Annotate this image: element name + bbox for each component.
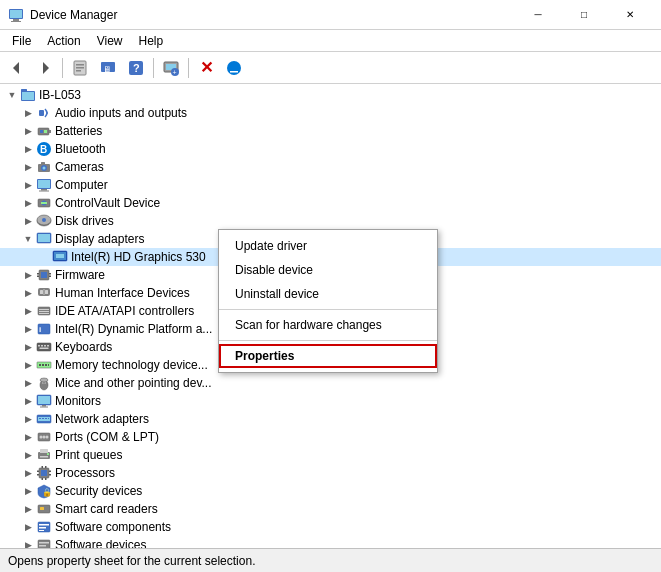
ctx-scan[interactable]: Scan for hardware changes <box>219 313 437 337</box>
icon-software <box>36 519 52 535</box>
svg-rect-76 <box>48 364 49 366</box>
toggle-security[interactable]: ▶ <box>20 483 36 499</box>
icon-controlvault <box>36 195 52 211</box>
icon-ide <box>36 303 52 319</box>
tree-item-software[interactable]: ▶ Software components <box>0 518 661 536</box>
svg-text:B: B <box>40 144 47 155</box>
svg-rect-20 <box>230 71 238 73</box>
close-button[interactable]: ✕ <box>607 0 653 30</box>
toggle-root[interactable]: ▼ <box>4 87 20 103</box>
toggle-printqueues[interactable]: ▶ <box>20 447 36 463</box>
toggle-cameras[interactable]: ▶ <box>20 159 36 175</box>
toggle-audio[interactable]: ▶ <box>20 105 36 121</box>
tree-panel[interactable]: ▼ IB-L053 ▶ Audio inputs and outputs <box>0 84 661 548</box>
tree-item-monitors[interactable]: ▶ Monitors <box>0 392 661 410</box>
ctx-disable-device[interactable]: Disable device <box>219 258 437 282</box>
ctx-update-driver[interactable]: Update driver <box>219 234 437 258</box>
toolbar-uninstall[interactable]: ✕ <box>193 55 219 81</box>
svg-point-94 <box>46 436 49 439</box>
toggle-batteries[interactable]: ▶ <box>20 123 36 139</box>
toolbar-scan[interactable]: + <box>158 55 184 81</box>
svg-point-44 <box>42 218 46 222</box>
tree-item-root[interactable]: ▼ IB-L053 <box>0 86 661 104</box>
toggle-ide[interactable]: ▶ <box>20 303 36 319</box>
toggle-bluetooth[interactable]: ▶ <box>20 141 36 157</box>
tree-label-batteries: Batteries <box>55 124 102 138</box>
toolbar-sep3 <box>188 58 189 78</box>
svg-rect-98 <box>47 453 49 455</box>
toggle-inteldynamic[interactable]: ▶ <box>20 321 36 337</box>
tree-item-diskdrives[interactable]: ▶ Disk drives <box>0 212 661 230</box>
toolbar-update-driver[interactable]: 🖥 <box>95 55 121 81</box>
toolbar-back[interactable] <box>4 55 30 81</box>
tree-label-diskdrives: Disk drives <box>55 214 114 228</box>
svg-rect-23 <box>22 92 34 100</box>
svg-rect-58 <box>45 290 48 294</box>
toolbar-help[interactable]: ? <box>123 55 149 81</box>
svg-point-33 <box>43 167 46 170</box>
maximize-button[interactable]: □ <box>561 0 607 30</box>
tree-item-printqueues[interactable]: ▶ Print queues <box>0 446 661 464</box>
toggle-mice[interactable]: ▶ <box>20 375 36 391</box>
tree-item-computer[interactable]: ▶ Computer <box>0 176 661 194</box>
svg-rect-36 <box>38 180 50 188</box>
svg-rect-34 <box>41 162 45 165</box>
minimize-button[interactable]: ─ <box>515 0 561 30</box>
icon-memory <box>36 357 52 373</box>
tree-item-softwaredev[interactable]: ▶ Software devices <box>0 536 661 548</box>
toggle-smartcard[interactable]: ▶ <box>20 501 36 517</box>
toggle-diskdrives[interactable]: ▶ <box>20 213 36 229</box>
tree-item-ports[interactable]: ▶ Ports (COM & LPT) <box>0 428 661 446</box>
toggle-ports[interactable]: ▶ <box>20 429 36 445</box>
toggle-monitors[interactable]: ▶ <box>20 393 36 409</box>
toolbar-download[interactable] <box>221 55 247 81</box>
toolbar-properties[interactable] <box>67 55 93 81</box>
svg-rect-74 <box>42 364 44 366</box>
tree-item-security[interactable]: ▶ 🔒 Security devices <box>0 482 661 500</box>
tree-item-audio[interactable]: ▶ Audio inputs and outputs <box>0 104 661 122</box>
toggle-computer[interactable]: ▶ <box>20 177 36 193</box>
svg-rect-68 <box>41 345 43 347</box>
svg-rect-37 <box>41 189 47 191</box>
tree-item-bluetooth[interactable]: ▶ B Bluetooth <box>0 140 661 158</box>
svg-text:i: i <box>39 325 41 334</box>
svg-rect-73 <box>39 364 41 366</box>
tree-item-smartcard[interactable]: ▶ Smart card readers <box>0 500 661 518</box>
tree-item-mice[interactable]: ▶ Mice and other pointing dev... <box>0 374 661 392</box>
svg-rect-105 <box>42 466 44 468</box>
svg-rect-111 <box>40 507 44 510</box>
toggle-memory[interactable]: ▶ <box>20 357 36 373</box>
tree-label-intelhd: Intel(R) HD Graphics 530 <box>71 250 206 264</box>
toolbar-forward[interactable] <box>32 55 58 81</box>
tree-label-keyboards: Keyboards <box>55 340 112 354</box>
toggle-keyboards[interactable]: ▶ <box>20 339 36 355</box>
svg-text:🖥: 🖥 <box>103 65 111 74</box>
menu-help[interactable]: Help <box>131 32 172 50</box>
title-bar-controls: ─ □ ✕ <box>515 0 653 30</box>
tree-item-cameras[interactable]: ▶ Cameras <box>0 158 661 176</box>
tree-label-displayadapters: Display adapters <box>55 232 144 246</box>
toggle-displayadapters[interactable]: ▼ <box>20 231 36 247</box>
svg-rect-25 <box>38 128 49 135</box>
ctx-uninstall-device[interactable]: Uninstall device <box>219 282 437 306</box>
svg-rect-69 <box>44 345 46 347</box>
tree-item-processors[interactable]: ▶ Processors <box>0 464 661 482</box>
toggle-firmware[interactable]: ▶ <box>20 267 36 283</box>
ctx-properties[interactable]: Properties <box>219 344 437 368</box>
window-title: Device Manager <box>30 8 117 22</box>
tree-item-network[interactable]: ▶ Network adapters <box>0 410 661 428</box>
icon-root <box>20 87 36 103</box>
svg-rect-53 <box>37 276 39 278</box>
icon-computer <box>36 177 52 193</box>
toggle-network[interactable]: ▶ <box>20 411 36 427</box>
toggle-controlvault[interactable]: ▶ <box>20 195 36 211</box>
menu-view[interactable]: View <box>89 32 131 50</box>
menu-action[interactable]: Action <box>39 32 88 50</box>
tree-item-batteries[interactable]: ▶ Batteries <box>0 122 661 140</box>
toggle-softwaredev[interactable]: ▶ <box>20 537 36 548</box>
menu-file[interactable]: File <box>4 32 39 50</box>
toggle-software[interactable]: ▶ <box>20 519 36 535</box>
toggle-hid[interactable]: ▶ <box>20 285 36 301</box>
toggle-processors[interactable]: ▶ <box>20 465 36 481</box>
tree-item-controlvault[interactable]: ▶ ControlVault Device <box>0 194 661 212</box>
